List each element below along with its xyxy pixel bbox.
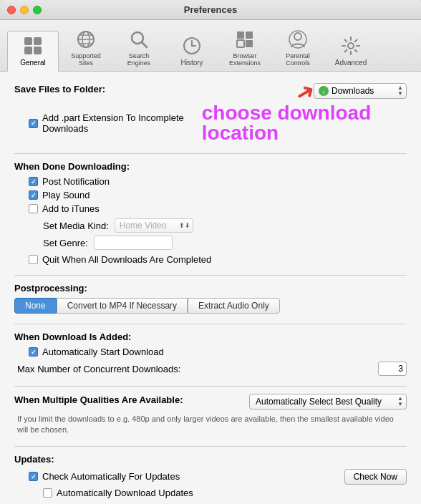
divider-2 [14,275,407,276]
add-itunes-checkbox[interactable] [29,204,38,213]
pp-convert-button[interactable]: Convert to MP4 If Necessary [57,298,188,314]
quality-value: Automatically Select Best Quality [256,397,382,407]
toolbar-label-supported-sites: Supported Sites [64,52,108,67]
genre-input[interactable] [94,236,173,250]
set-genre-label: Set Genre: [43,238,88,248]
divider-5 [14,446,407,447]
play-sound-label: Play Sound [42,190,90,200]
divider-1 [14,153,407,154]
window-controls [7,6,42,14]
add-itunes-label: Add to iTunes [42,203,100,214]
quality-row: When Multiple Qualities Are Available: A… [14,394,407,410]
add-itunes-row: Add to iTunes [14,203,407,214]
when-done-section: When Done Downloading: Post Notification… [14,161,407,265]
add-part-checkbox[interactable] [29,119,38,128]
post-notification-label: Post Notification [42,176,110,187]
svg-rect-0 [24,37,32,45]
toolbar-label-search-engines: Search Engines [117,52,161,67]
when-added-label: When Download Is Added: [14,331,407,342]
quit-row: Quit When All Downloads Are Completed [14,254,407,265]
max-concurrent-input[interactable]: 3 [378,362,407,376]
check-auto-row: Check Automatically For Updates Check No… [14,469,407,485]
history-icon [180,34,203,57]
auto-start-row: Automatically Start Download [14,346,407,357]
parental-controls-icon [286,28,309,51]
toolbar: General Supported Sites Sea [0,20,421,72]
quality-select[interactable]: Automatically Select Best Quality ▲▼ [249,394,407,410]
title-bar: Preferences [0,0,421,20]
quality-section: When Multiple Qualities Are Available: A… [14,394,407,436]
supported-sites-icon [74,28,97,51]
toolbar-item-advanced[interactable]: Advanced [325,31,377,71]
close-button[interactable] [7,6,16,14]
preferences-window: Preferences General [0,0,421,504]
toolbar-label-general: General [20,59,46,67]
svg-point-20 [348,43,354,49]
search-engines-icon [127,28,150,51]
toolbar-label-parental-controls: Parental Controls [276,52,320,67]
auto-download-row: Automatically Download Updates [14,488,407,498]
toolbar-item-parental-controls[interactable]: Parental Controls [272,24,324,71]
save-folder-value: Downloads [332,86,374,96]
save-files-row: Save Files to Folder: ↓ Downloads ▲▼ [14,83,407,99]
save-files-section: Save Files to Folder: ↓ Downloads ▲▼ Add… [14,83,407,143]
post-notification-checkbox[interactable] [29,177,38,186]
postprocessing-section: Postprocessing: None Convert to MP4 If N… [14,283,407,314]
svg-point-18 [294,33,301,40]
updates-label: Updates: [14,454,407,465]
auto-download-label: Automatically Download Updates [57,488,193,498]
divider-4 [14,386,407,387]
toolbar-item-supported-sites[interactable]: Supported Sites [60,24,112,71]
save-folder-select[interactable]: ↓ Downloads ▲▼ [314,83,407,99]
max-concurrent-label: Max Number of Concurrent Downloads: [17,364,180,374]
toolbar-label-browser-extensions: Browser Extensions [223,52,267,67]
svg-rect-16 [237,40,244,47]
media-kind-select[interactable]: Home Video ⬆⬇ [115,218,193,233]
svg-rect-3 [34,47,42,54]
folder-green-icon: ↓ [319,86,329,96]
post-notification-row: Post Notification [14,176,407,187]
general-icon [21,34,44,57]
toolbar-item-browser-extensions[interactable]: Browser Extensions [219,24,271,71]
advanced-icon [339,34,362,57]
when-added-section: When Download Is Added: Automatically St… [14,331,407,376]
set-media-kind-label: Set Media Kind: [43,220,109,231]
toolbar-label-advanced: Advanced [335,59,367,67]
media-kind-row: Set Media Kind: Home Video ⬆⬇ [14,218,407,233]
play-sound-row: Play Sound [14,190,407,200]
pp-none-button[interactable]: None [14,298,57,314]
auto-download-checkbox[interactable] [43,488,52,498]
toolbar-item-general[interactable]: General [7,31,59,72]
auto-start-label: Automatically Start Download [42,346,164,357]
check-auto-checkbox[interactable] [29,472,38,481]
postprocessing-label: Postprocessing: [14,283,407,294]
toolbar-item-history[interactable]: History [166,31,218,71]
pp-extract-button[interactable]: Extract Audio Only [188,298,280,314]
toolbar-item-search-engines[interactable]: Search Engines [113,24,165,71]
check-auto-container: Check Automatically For Updates [14,471,180,482]
svg-rect-17 [246,40,253,47]
postprocessing-buttons: None Convert to MP4 If Necessary Extract… [14,298,407,314]
minimize-button[interactable] [20,6,29,14]
divider-3 [14,324,407,324]
toolbar-label-history: History [180,59,203,67]
quit-checkbox[interactable] [29,255,38,264]
window-title: Preferences [184,4,237,15]
check-now-button[interactable]: Check Now [344,469,407,485]
browser-extensions-icon [233,28,256,51]
svg-rect-15 [246,32,253,39]
set-genre-row: Set Genre: [14,236,407,250]
updates-section: Updates: Check Automatically For Updates… [14,454,407,498]
preferences-content: ➜ Save Files to Folder: ↓ Downloads ▲▼ A… [0,72,421,504]
auto-start-checkbox[interactable] [29,347,38,357]
play-sound-checkbox[interactable] [29,190,38,200]
maximize-button[interactable] [33,6,42,14]
quality-arrows: ▲▼ [397,396,403,407]
media-kind-value: Home Video [120,220,167,231]
svg-line-10 [142,42,147,47]
media-kind-arrow: ⬆⬇ [179,222,190,229]
add-part-label: Add .part Extension To Incomplete Downlo… [42,112,195,134]
select-arrows: ▲▼ [397,85,403,97]
svg-rect-1 [34,37,42,45]
when-multiple-label: When Multiple Qualities Are Available: [14,394,183,405]
